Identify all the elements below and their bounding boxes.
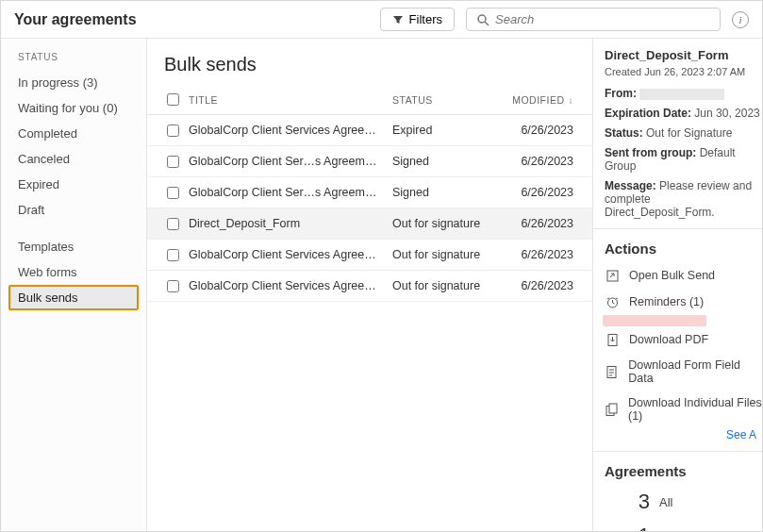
agreement-label: All: [659, 495, 672, 509]
svg-rect-7: [609, 404, 617, 413]
col-modified[interactable]: MODIFIED↓: [506, 94, 583, 106]
sidebar-item-canceled[interactable]: Canceled: [1, 146, 146, 172]
bulk-sends-table: TITLE STATUS MODIFIED↓ GlobalCorp Client…: [147, 85, 592, 302]
action-highlight-marker: [603, 315, 706, 326]
see-all-link[interactable]: See A: [605, 428, 762, 441]
sidebar-item-waiting[interactable]: Waiting for you (0): [1, 95, 146, 121]
filter-icon: [392, 14, 404, 25]
table-row[interactable]: GlobalCorp Client Ser…s Agreement with f…: [147, 146, 592, 177]
detail-title: Direct_Deposit_Form: [605, 48, 762, 62]
row-status: Out for signature: [392, 217, 506, 230]
table-row[interactable]: GlobalCorp Client Services AgreementExpi…: [147, 115, 592, 146]
row-title: Direct_Deposit_Form: [189, 217, 392, 230]
agreement-count: 1: [629, 524, 650, 531]
svg-line-1: [485, 22, 489, 25]
detail-created: Created Jun 26, 2023 2:07 AM: [605, 66, 762, 77]
download-icon: [605, 332, 620, 347]
sidebar-item-web-forms[interactable]: Web forms: [1, 259, 146, 285]
select-all-checkbox[interactable]: [167, 93, 179, 106]
sidebar: STATUS In progress (3) Waiting for you (…: [1, 39, 147, 531]
agreement-label: In Progress: [659, 529, 722, 532]
row-checkbox[interactable]: [167, 125, 179, 137]
detail-status: Status: Out for Signature: [605, 126, 762, 140]
row-modified: 6/26/2023: [506, 186, 583, 199]
detail-expiration: Expiration Date: Jun 30, 2023: [605, 107, 762, 120]
form-data-icon: [605, 364, 619, 379]
sidebar-item-completed[interactable]: Completed: [1, 121, 146, 146]
page-title: Your agreements: [14, 11, 137, 28]
actions-heading: Actions: [605, 241, 762, 257]
sidebar-item-in-progress[interactable]: In progress (3): [1, 70, 146, 95]
from-redacted: [639, 89, 724, 100]
table-header: TITLE STATUS MODIFIED↓: [147, 85, 592, 115]
table-row[interactable]: GlobalCorp Client Services AgreementOut …: [147, 240, 592, 271]
action-download-pdf[interactable]: Download PDF: [605, 326, 762, 353]
row-checkbox[interactable]: [167, 280, 179, 292]
search-wrap[interactable]: [466, 8, 721, 31]
row-status: Signed: [392, 186, 506, 199]
table-row[interactable]: GlobalCorp Client Ser…s Agreement with f…: [147, 177, 592, 208]
row-modified: 6/26/2023: [506, 155, 583, 168]
agreements-heading: Agreements: [605, 463, 762, 479]
table-row[interactable]: GlobalCorp Client Services AgreementOut …: [147, 271, 592, 302]
col-title[interactable]: TITLE: [189, 94, 392, 106]
clock-icon: [605, 294, 620, 309]
sidebar-item-templates[interactable]: Templates: [1, 234, 146, 259]
row-checkbox[interactable]: [167, 249, 179, 261]
search-input[interactable]: [495, 12, 710, 26]
col-status[interactable]: STATUS: [392, 94, 506, 106]
files-icon: [605, 402, 619, 417]
row-checkbox[interactable]: [167, 218, 179, 230]
row-title: GlobalCorp Client Services Agreement: [189, 124, 392, 137]
action-open-bulk-send[interactable]: Open Bulk Send: [605, 262, 762, 289]
sidebar-item-draft[interactable]: Draft: [1, 197, 146, 223]
action-download-individual[interactable]: Download Individual Files (1): [605, 391, 762, 428]
top-bar: Your agreements Filters i: [1, 1, 762, 39]
row-status: Out for signature: [392, 248, 506, 261]
row-title: GlobalCorp Client Services Agreement: [189, 279, 392, 292]
agreement-count-row[interactable]: 1In Progress: [605, 519, 762, 531]
sidebar-item-bulk-sends[interactable]: Bulk sends: [8, 285, 139, 310]
row-modified: 6/26/2023: [506, 248, 583, 261]
detail-panel: Direct_Deposit_Form Created Jun 26, 2023…: [592, 39, 762, 531]
info-icon[interactable]: i: [732, 11, 749, 28]
svg-rect-2: [607, 271, 618, 281]
agreement-count: 3: [629, 490, 650, 514]
sort-desc-icon: ↓: [569, 95, 574, 106]
row-modified: 6/26/2023: [506, 279, 583, 292]
row-title: GlobalCorp Client Ser…s Agreement with f…: [189, 186, 392, 199]
svg-point-0: [478, 15, 486, 23]
action-reminders[interactable]: Reminders (1): [605, 289, 762, 315]
main-title: Bulk sends: [147, 54, 592, 85]
open-icon: [605, 268, 620, 283]
table-row[interactable]: Direct_Deposit_FormOut for signature6/26…: [147, 208, 592, 240]
filters-label: Filters: [409, 12, 442, 26]
sidebar-status-header: STATUS: [1, 52, 146, 70]
action-download-form-data[interactable]: Download Form Field Data: [605, 353, 762, 391]
filters-button[interactable]: Filters: [380, 8, 455, 31]
row-status: Expired: [392, 124, 506, 137]
detail-from: From:: [605, 87, 762, 100]
row-modified: 6/26/2023: [506, 217, 583, 230]
main-content: Bulk sends TITLE STATUS MODIFIED↓ Global…: [147, 39, 592, 531]
row-checkbox[interactable]: [167, 156, 179, 168]
search-icon: [476, 13, 489, 26]
row-checkbox[interactable]: [167, 187, 179, 199]
sidebar-item-expired[interactable]: Expired: [1, 172, 146, 197]
row-modified: 6/26/2023: [506, 124, 583, 137]
agreement-count-row[interactable]: 3All: [605, 485, 762, 519]
detail-group: Sent from group: Default Group: [605, 146, 762, 173]
row-status: Signed: [392, 155, 506, 168]
detail-message: Message: Please review and complete Dire…: [605, 179, 762, 219]
row-title: GlobalCorp Client Ser…s Agreement with f…: [189, 155, 392, 168]
row-title: GlobalCorp Client Services Agreement: [189, 248, 392, 261]
row-status: Out for signature: [392, 279, 506, 292]
